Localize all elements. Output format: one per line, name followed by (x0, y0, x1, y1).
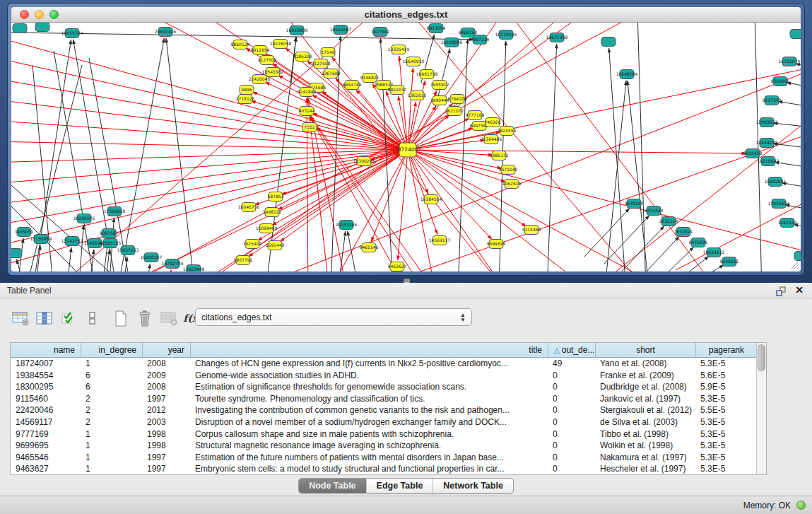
table-cell[interactable]: Disruption of a novel member of a sodium… (190, 416, 548, 428)
network-edge[interactable] (778, 101, 801, 109)
table-row[interactable]: 946554611997Estimation of the future num… (11, 452, 757, 464)
table-vertical-scrollbar[interactable] (756, 343, 766, 474)
network-node[interactable]: 16053809 (286, 26, 308, 35)
network-edge[interactable] (628, 81, 649, 271)
network-node[interactable]: 16210643 (758, 157, 779, 166)
table-cell[interactable]: de Silva et al. (2003) (595, 416, 695, 428)
network-node[interactable]: 9463627 (388, 262, 407, 271)
table-cell[interactable]: Nakamura et al. (1997) (595, 452, 695, 464)
network-node[interactable]: 403144 (299, 107, 315, 116)
table-cell[interactable]: 0 (548, 381, 595, 393)
table-cell[interactable]: 2 (81, 416, 142, 428)
float-panel-icon[interactable] (775, 286, 787, 297)
network-node[interactable]: 17957253 (117, 246, 139, 255)
network-node[interactable]: 9465546 (360, 243, 379, 252)
network-node[interactable]: 587853 (268, 192, 284, 201)
table-cell[interactable]: 19384554 (11, 370, 81, 382)
network-node[interactable]: 10653287 (330, 25, 352, 35)
network-node[interactable]: 14055724 (61, 29, 83, 38)
network-canvas[interactable]: 1405572420691406160538091065328715276028… (11, 23, 801, 271)
network-node[interactable]: 7625402 (243, 240, 262, 249)
table-cell[interactable]: Dudbridge et al. (2008) (595, 381, 695, 393)
table-cell[interactable]: 0 (548, 440, 595, 452)
table-cell[interactable]: 2009 (142, 370, 190, 382)
network-node[interactable]: 9474444 (645, 206, 664, 216)
table-cell[interactable]: 5.3E-5 (695, 393, 757, 405)
table-cell[interactable]: 14569117 (11, 416, 81, 428)
table-cell[interactable]: Changes of HCN gene expression and I(f) … (190, 358, 548, 370)
table-cell[interactable]: 2 (81, 404, 142, 416)
table-row[interactable]: 946362711997Embryonic stem cells: a mode… (11, 463, 757, 475)
network-node[interactable]: 9127508 (312, 59, 331, 69)
network-node[interactable]: 9115460 (522, 226, 541, 235)
table-cell[interactable]: 0 (548, 452, 595, 464)
table-cell[interactable]: 5.3E-5 (695, 463, 757, 475)
table-cell[interactable]: 18724007 (11, 358, 81, 370)
network-edge[interactable] (649, 247, 694, 271)
network-edge[interactable] (547, 44, 557, 271)
table-cell[interactable]: Wolkin et al. (1998) (595, 440, 695, 452)
network-node[interactable]: 15692951 (765, 177, 787, 187)
network-edge[interactable] (604, 216, 649, 264)
network-edge[interactable] (166, 38, 195, 271)
table-cell[interactable]: Corpus callosum shape and size in male p… (190, 428, 548, 440)
close-window-icon[interactable] (20, 10, 29, 19)
table-cell[interactable]: 5.9E-5 (695, 381, 757, 393)
network-edge[interactable] (680, 265, 724, 271)
table-row[interactable]: 1872400712008Changes of HCN gene express… (11, 358, 757, 370)
network-edge[interactable] (11, 99, 408, 150)
column-header-title[interactable]: title (190, 343, 548, 357)
table-cell[interactable]: 5.3E-5 (695, 440, 757, 452)
network-edge[interactable] (398, 150, 408, 260)
network-node[interactable]: 8186328 (293, 52, 312, 62)
table-settings-button[interactable] (10, 308, 31, 329)
table-cell[interactable]: 2008 (142, 381, 190, 393)
table-row[interactable]: 1456911722003Disruption of a novel membe… (11, 416, 757, 428)
table-cell[interactable]: 0 (548, 393, 595, 405)
network-edge[interactable] (609, 48, 626, 271)
row-height-button[interactable] (82, 308, 103, 329)
network-node[interactable]: 16782759 (162, 259, 184, 269)
table-cell[interactable]: 2 (81, 393, 142, 405)
table-cell[interactable]: Investigating the contribution of common… (190, 404, 548, 416)
column-header-short[interactable]: short (595, 343, 695, 357)
network-node[interactable]: 1990444 (430, 96, 449, 105)
network-node[interactable]: 10719195 (495, 30, 517, 40)
table-cell[interactable]: 0 (548, 463, 595, 475)
network-node[interactable]: 17359928 (104, 207, 126, 216)
network-edge[interactable] (89, 250, 94, 271)
network-node[interactable] (790, 30, 801, 39)
network-node[interactable]: 9146821 (360, 74, 379, 83)
table-cell[interactable]: Estimation of the future numbers of pati… (190, 452, 548, 464)
panel-splitter-handle[interactable] (404, 279, 410, 282)
minimize-window-icon[interactable] (35, 10, 44, 19)
table-cell[interactable]: 9699695 (11, 440, 81, 452)
close-panel-icon[interactable]: ✕ (795, 284, 804, 296)
network-node[interactable]: 1691443 (266, 241, 285, 250)
network-node[interactable]: 3824554 (498, 127, 517, 136)
network-node[interactable]: 12923448 (183, 265, 205, 272)
network-node[interactable]: 1527602 (371, 28, 390, 37)
network-node[interactable]: 20206576 (73, 214, 95, 223)
network-node[interactable]: 9329966 (771, 77, 790, 86)
table-cell[interactable]: 22420046 (11, 404, 81, 416)
network-node[interactable]: 13325419 (388, 45, 410, 54)
network-node[interactable]: 1621072 (445, 107, 464, 116)
column-header-out_de[interactable]: △out_de... (548, 343, 595, 357)
table-cell[interactable]: 9465546 (11, 452, 81, 464)
table-cell[interactable]: 49 (548, 358, 595, 370)
network-edge[interactable] (408, 65, 801, 150)
table-cell[interactable]: 0 (548, 370, 595, 382)
table-row[interactable]: 911546021997Tourette syndrome. Phenomeno… (11, 393, 757, 405)
table-cell[interactable]: 1998 (142, 440, 190, 452)
network-node[interactable]: 9857791 (234, 256, 253, 265)
network-node[interactable]: 12093832 (756, 118, 778, 127)
table-cell[interactable]: 18300295 (11, 381, 81, 393)
network-node[interactable]: 1167533 (778, 218, 797, 228)
network-node[interactable]: 7857224 (471, 35, 490, 45)
table-cell[interactable]: 0 (548, 428, 595, 440)
table-cell[interactable]: 1 (81, 463, 142, 475)
network-node[interactable]: 22420046 (249, 75, 271, 84)
network-node[interactable]: 7632621 (674, 228, 693, 237)
table-cell[interactable]: Franke et al. (2009) (595, 370, 695, 382)
